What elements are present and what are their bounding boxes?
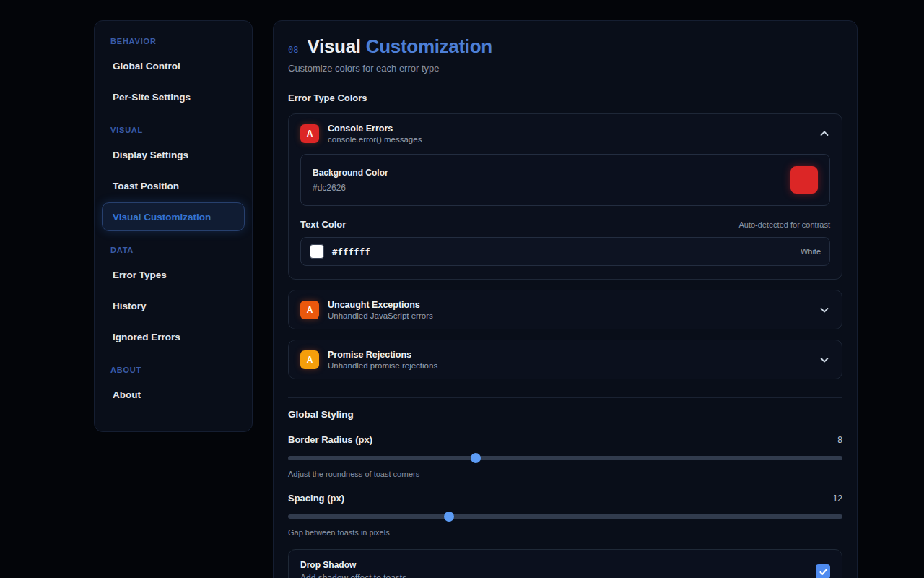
border-radius-caption: Adjust the roundness of toast corners (288, 470, 842, 478)
error-card-uncaught-exceptions: A Uncaught Exceptions Unhandled JavaScri… (288, 290, 842, 329)
sidebar-item-visual-customization[interactable]: Visual Customization (102, 202, 245, 231)
slider-thumb[interactable] (444, 512, 454, 522)
text-color-note: Auto-detected for contrast (738, 220, 830, 229)
border-radius-slider[interactable] (288, 453, 842, 463)
page-index: 08 (288, 45, 298, 55)
error-type-badge: A (300, 350, 319, 369)
spacing-value: 12 (833, 493, 842, 504)
page-title-primary: Visual (307, 35, 360, 57)
main-panel: 08 Visual Customization Customize colors… (273, 20, 858, 578)
error-card-title: Console Errors (328, 124, 810, 134)
text-color-label: Text Color (300, 219, 346, 230)
page-title: Visual Customization (307, 35, 492, 58)
sidebar-item-error-types[interactable]: Error Types (102, 260, 245, 289)
slider-track (288, 456, 842, 460)
sidebar-item-per-site-settings[interactable]: Per-Site Settings (102, 82, 245, 111)
background-color-swatch[interactable] (790, 166, 818, 194)
sidebar-section-behavior: BEHAVIOR Global Control Per-Site Setting… (102, 37, 245, 111)
text-color-row: #ffffff White (300, 237, 830, 266)
text-color-value: #ffffff (332, 246, 370, 257)
global-styling-heading: Global Styling (288, 409, 842, 420)
error-type-colors-heading: Error Type Colors (288, 92, 842, 103)
background-color-label: Background Color (313, 168, 388, 178)
chevron-up-icon[interactable] (819, 128, 830, 139)
error-card-header-uncaught-exceptions[interactable]: A Uncaught Exceptions Unhandled JavaScri… (289, 290, 842, 329)
border-radius-value: 8 (837, 435, 842, 445)
page-header: 08 Visual Customization (288, 35, 842, 58)
spacing-label: Spacing (px) (288, 493, 344, 504)
error-type-badge: A (300, 301, 319, 319)
drop-shadow-row: Drop Shadow Add shadow effect to toasts (288, 549, 842, 578)
section-label-about: ABOUT (102, 366, 245, 374)
page-subtitle: Customize colors for each error type (288, 63, 842, 74)
error-card-title: Promise Rejections (328, 350, 810, 360)
section-label-visual: VISUAL (102, 126, 245, 134)
chevron-down-icon[interactable] (819, 304, 830, 316)
error-card-subtitle: Unhandled promise rejections (328, 361, 810, 370)
slider-thumb[interactable] (471, 453, 481, 463)
page-title-accent: Customization (366, 35, 492, 57)
drop-shadow-checkbox[interactable] (816, 564, 830, 578)
slider-track (288, 514, 842, 519)
section-label-behavior: BEHAVIOR (102, 37, 245, 46)
error-card-promise-rejections: A Promise Rejections Unhandled promise r… (288, 340, 842, 379)
spacing-caption: Gap between toasts in pixels (288, 528, 842, 537)
error-card-subtitle: Unhandled JavaScript errors (328, 311, 810, 320)
sidebar-item-display-settings[interactable]: Display Settings (102, 140, 245, 169)
sidebar-item-global-control[interactable]: Global Control (102, 51, 245, 80)
section-label-data: DATA (102, 246, 245, 254)
console-errors-expanded-body: Background Color #dc2626 Text Color Auto… (289, 152, 842, 279)
sidebar-item-history[interactable]: History (102, 291, 245, 320)
drop-shadow-label: Drop Shadow (300, 560, 406, 570)
section-divider (288, 397, 842, 398)
error-card-title: Uncaught Exceptions (328, 300, 810, 310)
check-icon (819, 567, 828, 577)
sidebar: BEHAVIOR Global Control Per-Site Setting… (94, 20, 253, 432)
text-color-name: White (801, 247, 821, 256)
error-type-badge: A (300, 124, 319, 143)
error-card-subtitle: console.error() messages (328, 135, 810, 144)
error-card-header-console-errors[interactable]: A Console Errors console.error() message… (289, 114, 842, 152)
border-radius-label: Border Radius (px) (288, 434, 372, 445)
background-color-value: #dc2626 (313, 183, 388, 193)
sidebar-section-about: ABOUT About (102, 366, 245, 409)
text-color-swatch (310, 244, 324, 259)
background-color-row[interactable]: Background Color #dc2626 (300, 154, 830, 206)
sidebar-item-ignored-errors[interactable]: Ignored Errors (102, 322, 245, 351)
spacing-slider[interactable] (288, 512, 842, 522)
error-card-header-promise-rejections[interactable]: A Promise Rejections Unhandled promise r… (289, 340, 842, 379)
sidebar-item-about[interactable]: About (102, 380, 245, 409)
sidebar-item-toast-position[interactable]: Toast Position (102, 171, 245, 200)
sidebar-section-data: DATA Error Types History Ignored Errors (102, 246, 245, 351)
sidebar-section-visual: VISUAL Display Settings Toast Position V… (102, 126, 245, 231)
error-card-console-errors: A Console Errors console.error() message… (288, 113, 842, 280)
chevron-down-icon[interactable] (819, 354, 830, 366)
drop-shadow-caption: Add shadow effect to toasts (300, 573, 406, 578)
